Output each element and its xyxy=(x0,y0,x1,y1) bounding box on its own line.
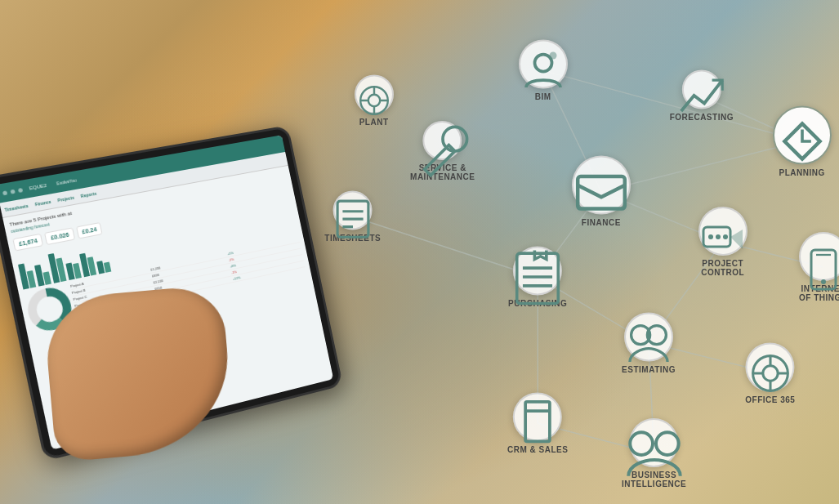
node-circle-timesheets xyxy=(333,191,373,230)
tablet-nav-item-1[interactable]: Timesheets xyxy=(4,203,29,212)
svg-point-3 xyxy=(534,55,551,72)
tablet-bar-group-5 xyxy=(96,260,111,274)
tablet-stat-1: £1,674 xyxy=(12,234,43,252)
tablet-dot-2 xyxy=(10,189,15,194)
node-purchasing[interactable]: PURCHASING xyxy=(508,247,567,308)
node-circle-service_maintenance xyxy=(423,121,462,160)
tablet-nav-item-4[interactable]: Reports xyxy=(80,190,96,198)
node-estimating[interactable]: ESTIMATING xyxy=(622,312,676,373)
tablet-dot-1 xyxy=(2,190,7,195)
node-circle-planning xyxy=(773,105,832,164)
node-timesheets[interactable]: TIMESHEETS xyxy=(324,191,381,243)
tablet-nav-item-2[interactable]: Finance xyxy=(34,198,51,207)
tablet-bar-5-1 xyxy=(104,261,112,272)
node-planning[interactable]: PLANNING xyxy=(773,105,832,176)
node-circle-plant xyxy=(355,75,394,114)
node-crm_sales[interactable]: CRM & SALES xyxy=(507,393,568,454)
svg-point-39 xyxy=(656,433,679,456)
svg-point-19 xyxy=(716,234,721,239)
svg-rect-36 xyxy=(525,402,550,441)
node-circle-bim xyxy=(519,40,568,89)
tablet-nav-item-3[interactable]: Projects xyxy=(57,194,74,203)
node-office365[interactable]: OFFICE 365 xyxy=(745,342,795,404)
svg-point-38 xyxy=(630,433,653,456)
svg-point-6 xyxy=(368,95,379,106)
tablet-bar-group-4 xyxy=(79,252,96,277)
node-forecasting[interactable]: FORECASTING xyxy=(670,70,734,122)
svg-point-18 xyxy=(708,234,713,239)
tablet-stat-3: £0.24 xyxy=(76,222,103,239)
node-circle-purchasing xyxy=(513,247,562,296)
svg-point-4 xyxy=(549,52,556,60)
network-diagram: BIMPLANTSERVICE & MAINTENANCETIMESHEETSF… xyxy=(310,0,839,504)
node-project_control[interactable]: PROJECT CONTROL xyxy=(698,207,748,277)
node-service_maintenance[interactable]: SERVICE & MAINTENANCE xyxy=(410,121,475,181)
node-circle-crm_sales xyxy=(513,393,562,442)
tablet-bar-group-1 xyxy=(34,263,51,286)
svg-point-11 xyxy=(443,127,467,151)
tablet-stat-2: £0.026 xyxy=(44,227,75,245)
node-circle-project_control xyxy=(698,207,748,256)
tablet-bar-group-3 xyxy=(65,261,82,280)
svg-point-20 xyxy=(723,234,728,239)
node-circle-office365 xyxy=(746,342,795,391)
svg-rect-16 xyxy=(578,176,625,209)
node-plant[interactable]: PLANT xyxy=(355,75,394,127)
tablet-bar-group-0 xyxy=(18,262,36,290)
tablet-app-name: EvolveYou xyxy=(56,177,77,185)
node-circle-internet_of_things xyxy=(799,232,839,281)
tablet-bar-group-2 xyxy=(48,252,67,283)
tablet-dot-3 xyxy=(18,187,23,192)
node-business_intelligence[interactable]: BUSINESS INTELLIGENCE xyxy=(622,418,686,488)
node-finance[interactable]: FINANCE xyxy=(572,156,631,227)
node-circle-finance xyxy=(572,156,631,215)
node-circle-business_intelligence xyxy=(630,418,679,467)
node-internet_of_things[interactable]: INTERNET OF THINGS xyxy=(799,232,839,302)
node-circle-estimating xyxy=(624,312,673,361)
svg-point-22 xyxy=(821,279,826,284)
svg-point-31 xyxy=(763,365,778,380)
node-circle-forecasting xyxy=(682,70,721,109)
node-bim[interactable]: BIM xyxy=(519,40,568,101)
tablet-brand: EQUE2 xyxy=(29,183,47,191)
